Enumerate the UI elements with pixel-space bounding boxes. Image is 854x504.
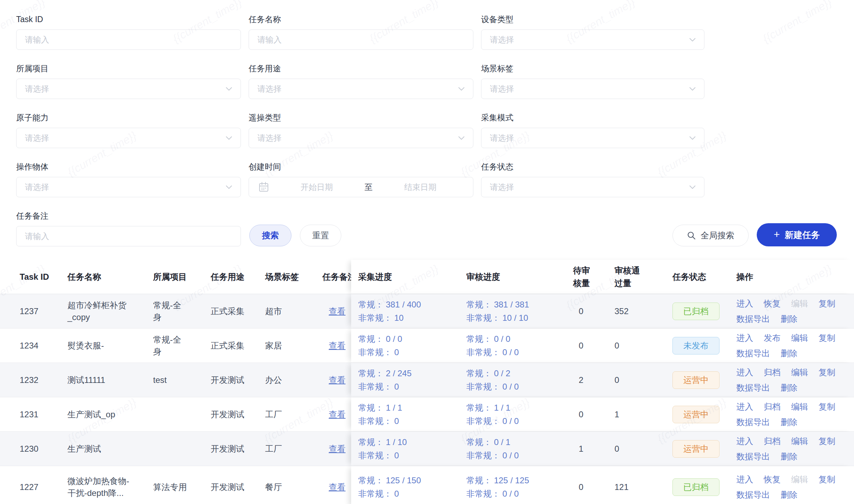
operate-object-select[interactable]: 请选择	[16, 177, 241, 197]
row-right: 常规： 0 / 0非常规： 0常规： 0 / 0非常规： 0 / 000未发布进…	[351, 329, 854, 363]
note-view-link[interactable]: 查看	[329, 306, 346, 317]
op-archive-link[interactable]: 归档	[764, 401, 781, 412]
header-name: 任务名称	[67, 260, 153, 294]
note-view-link[interactable]: 查看	[329, 340, 346, 351]
project-cell	[153, 432, 211, 466]
placeholder-text: 请选择	[25, 84, 49, 94]
status-cell: 已归档	[672, 466, 736, 504]
project-select[interactable]: 请选择	[16, 79, 241, 99]
op-edit-link[interactable]: 编辑	[791, 367, 808, 378]
op-copy-link[interactable]: 复制	[819, 332, 835, 344]
note-cell: 查看	[322, 466, 351, 504]
passed-count-cell: 121	[615, 466, 672, 504]
status-cell: 未发布	[672, 329, 736, 363]
daterange-separator: 至	[361, 182, 376, 193]
task-name-text: 超市冷鲜柜补货_copy	[67, 299, 130, 323]
op-enter-link[interactable]: 进入	[736, 332, 753, 344]
task-id-cell: 1232	[0, 363, 67, 397]
pending-count-cell: 0	[573, 466, 615, 504]
op-edit-link[interactable]: 编辑	[791, 401, 808, 412]
op-export-link[interactable]: 数据导出	[736, 489, 770, 500]
op-edit-link[interactable]: 编辑	[791, 436, 808, 447]
op-delete-link[interactable]: 删除	[781, 489, 797, 500]
op-enter-link[interactable]: 进入	[736, 436, 753, 447]
status-badge: 未发布	[672, 337, 720, 354]
op-export-link[interactable]: 数据导出	[736, 348, 770, 359]
filter-project-label: 所属项目	[16, 63, 241, 74]
collect-mode-select[interactable]: 请选择	[481, 128, 704, 148]
ops-cell: 进入发布编辑复制数据导出删除	[736, 329, 854, 363]
op-enter-link[interactable]: 进入	[736, 474, 753, 485]
op-enter-link[interactable]: 进入	[736, 298, 753, 309]
header-pending: 待审核量	[573, 260, 615, 294]
table-header-left: Task ID任务名称所属项目任务用途场景标签任务备注	[0, 260, 351, 294]
passed-count-cell: 0	[615, 432, 672, 466]
device-type-select[interactable]: 请选择	[481, 29, 704, 50]
create-time-daterange[interactable]: 开始日期至结束日期	[249, 177, 473, 197]
header-project: 所属项目	[153, 260, 211, 294]
note-view-link[interactable]: 查看	[329, 443, 346, 455]
op-archive-link[interactable]: 归档	[764, 436, 781, 447]
ops-links: 进入归档编辑复制数据导出删除	[736, 401, 842, 428]
op-copy-link[interactable]: 复制	[819, 298, 835, 309]
task-id-input[interactable]: 请输入	[16, 29, 241, 50]
status-badge: 运营中	[672, 371, 720, 389]
note-view-link[interactable]: 查看	[329, 374, 346, 386]
end-date-placeholder: 结束日期	[376, 182, 465, 193]
header-review: 审核进度	[466, 260, 573, 294]
status-cell: 已归档	[672, 294, 736, 328]
task-note-input[interactable]: 请输入	[16, 226, 241, 246]
note-cell: 查看	[322, 397, 351, 431]
review-progress-cell: 常规： 0 / 1非常规： 0 / 0	[466, 432, 573, 466]
op-copy-link[interactable]: 复制	[819, 436, 835, 447]
passed-count-cell: 0	[615, 329, 672, 363]
task-id-cell: 1230	[0, 432, 67, 466]
global-search-button[interactable]: 全局搜索	[672, 225, 749, 246]
op-restore-link[interactable]: 恢复	[764, 298, 781, 309]
table-row: 1231生产测试_op开发测试工厂查看常规： 1 / 1非常规： 0常规： 1 …	[0, 397, 854, 432]
scene-tag-select[interactable]: 请选择	[481, 79, 704, 99]
task-purpose-select[interactable]: 请选择	[249, 79, 473, 99]
passed-count-cell: 1	[615, 397, 672, 431]
reset-button[interactable]: 重置	[300, 225, 341, 246]
task-name-input[interactable]: 请输入	[249, 29, 473, 50]
op-delete-link[interactable]: 删除	[781, 348, 797, 359]
review-progress-text: 常规： 381 / 381非常规： 10 / 10	[466, 298, 529, 325]
op-copy-link[interactable]: 复制	[819, 367, 835, 378]
op-export-link[interactable]: 数据导出	[736, 451, 770, 462]
filter-task-note-group: 任务备注 请输入	[16, 211, 241, 246]
scene-tag-cell: 工厂	[265, 397, 322, 431]
atomic-capability-select[interactable]: 请选择	[16, 128, 241, 148]
task-status-select[interactable]: 请选择	[481, 177, 704, 197]
filter-teleop-type-group: 遥操类型请选择	[249, 112, 473, 148]
row-left: 1230生产测试开发测试工厂查看	[0, 432, 351, 466]
header-collect: 采集进度	[351, 260, 466, 294]
op-export-link[interactable]: 数据导出	[736, 382, 770, 393]
search-button[interactable]: 搜索	[249, 225, 291, 246]
op-copy-link[interactable]: 复制	[819, 474, 835, 485]
task-name-text: 微波炉加热食物-干扰-depth降...	[67, 475, 130, 499]
review-progress-text: 常规： 0 / 2非常规： 0 / 0	[466, 367, 519, 393]
op-export-link[interactable]: 数据导出	[736, 313, 770, 325]
collect-progress-text: 常规： 0 / 0非常规： 0	[358, 332, 402, 359]
op-delete-link[interactable]: 删除	[781, 382, 797, 393]
new-task-button[interactable]: + 新建任务	[757, 223, 837, 246]
op-restore-link[interactable]: 恢复	[764, 474, 781, 485]
op-enter-link[interactable]: 进入	[736, 401, 753, 412]
op-export-link[interactable]: 数据导出	[736, 417, 770, 428]
note-view-link[interactable]: 查看	[329, 482, 346, 493]
passed-count-cell: 352	[615, 294, 672, 328]
op-delete-link[interactable]: 删除	[781, 417, 797, 428]
op-enter-link[interactable]: 进入	[736, 367, 753, 378]
teleop-type-select[interactable]: 请选择	[249, 128, 473, 148]
row-right: 常规： 125 / 150非常规： 0常规： 125 / 125非常规： 0 /…	[351, 466, 854, 504]
op-delete-link[interactable]: 删除	[781, 313, 797, 325]
op-edit-link[interactable]: 编辑	[791, 332, 808, 344]
note-view-link[interactable]: 查看	[329, 409, 346, 420]
op-delete-link[interactable]: 删除	[781, 451, 797, 462]
ops-cell: 进入归档编辑复制数据导出删除	[736, 432, 854, 466]
op-archive-link[interactable]: 归档	[764, 367, 781, 378]
op-copy-link[interactable]: 复制	[819, 401, 835, 412]
status-cell: 运营中	[672, 397, 736, 431]
op-publish-link[interactable]: 发布	[764, 332, 781, 344]
